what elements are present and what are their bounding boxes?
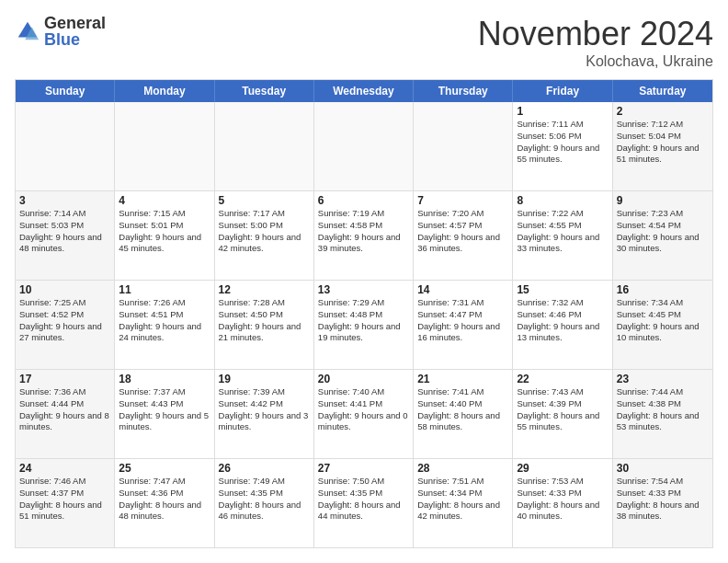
day-number: 18: [119, 373, 210, 385]
cell-info: Sunrise: 7:31 AM Sunset: 4:47 PM Dayligh…: [417, 297, 508, 344]
day-cell-12: 12Sunrise: 7:28 AM Sunset: 4:50 PM Dayli…: [215, 281, 314, 369]
cell-info: Sunrise: 7:23 AM Sunset: 4:54 PM Dayligh…: [617, 208, 709, 255]
day-cell-18: 18Sunrise: 7:37 AM Sunset: 4:43 PM Dayli…: [115, 370, 214, 458]
calendar-row-4: 17Sunrise: 7:36 AM Sunset: 4:44 PM Dayli…: [16, 370, 712, 459]
empty-cell: [414, 102, 513, 190]
cell-info: Sunrise: 7:11 AM Sunset: 5:06 PM Dayligh…: [517, 119, 608, 166]
header-day-friday: Friday: [513, 80, 612, 102]
day-number: 9: [617, 194, 709, 207]
header-day-saturday: Saturday: [613, 80, 712, 102]
day-cell-24: 24Sunrise: 7:46 AM Sunset: 4:37 PM Dayli…: [16, 459, 115, 547]
calendar-row-1: 1Sunrise: 7:11 AM Sunset: 5:06 PM Daylig…: [16, 102, 712, 191]
day-number: 19: [219, 373, 310, 385]
day-cell-30: 30Sunrise: 7:54 AM Sunset: 4:33 PM Dayli…: [613, 459, 712, 547]
day-cell-28: 28Sunrise: 7:51 AM Sunset: 4:34 PM Dayli…: [414, 459, 513, 547]
day-cell-4: 4Sunrise: 7:15 AM Sunset: 5:01 PM Daylig…: [115, 191, 214, 280]
day-cell-25: 25Sunrise: 7:47 AM Sunset: 4:36 PM Dayli…: [115, 459, 214, 547]
header-day-monday: Monday: [115, 80, 214, 102]
day-number: 4: [119, 194, 210, 207]
page: General Blue November 2024 Kolochava, Uk…: [0, 0, 728, 563]
day-number: 26: [219, 462, 310, 475]
cell-info: Sunrise: 7:43 AM Sunset: 4:39 PM Dayligh…: [517, 386, 608, 433]
day-number: 13: [318, 283, 409, 296]
cell-info: Sunrise: 7:53 AM Sunset: 4:33 PM Dayligh…: [517, 476, 608, 523]
day-cell-22: 22Sunrise: 7:43 AM Sunset: 4:39 PM Dayli…: [513, 370, 612, 458]
day-cell-6: 6Sunrise: 7:19 AM Sunset: 4:58 PM Daylig…: [314, 191, 414, 280]
day-cell-8: 8Sunrise: 7:22 AM Sunset: 4:55 PM Daylig…: [513, 191, 612, 280]
cell-info: Sunrise: 7:51 AM Sunset: 4:34 PM Dayligh…: [417, 476, 508, 523]
title-area: November 2024 Kolochava, Ukraine: [478, 15, 713, 70]
cell-info: Sunrise: 7:32 AM Sunset: 4:46 PM Dayligh…: [517, 297, 608, 344]
day-number: 2: [617, 105, 709, 118]
day-cell-3: 3Sunrise: 7:14 AM Sunset: 5:03 PM Daylig…: [16, 191, 115, 280]
cell-info: Sunrise: 7:28 AM Sunset: 4:50 PM Dayligh…: [219, 297, 310, 344]
day-cell-27: 27Sunrise: 7:50 AM Sunset: 4:35 PM Dayli…: [314, 459, 414, 547]
header-day-thursday: Thursday: [414, 80, 513, 102]
day-number: 24: [19, 462, 110, 475]
day-number: 17: [19, 373, 110, 385]
calendar-row-2: 3Sunrise: 7:14 AM Sunset: 5:03 PM Daylig…: [16, 191, 712, 281]
header-day-sunday: Sunday: [16, 80, 115, 102]
day-number: 7: [417, 194, 508, 207]
cell-info: Sunrise: 7:20 AM Sunset: 4:57 PM Dayligh…: [417, 208, 508, 255]
day-cell-2: 2Sunrise: 7:12 AM Sunset: 5:04 PM Daylig…: [613, 102, 712, 190]
day-number: 6: [318, 194, 409, 207]
day-number: 5: [219, 194, 310, 207]
cell-info: Sunrise: 7:41 AM Sunset: 4:40 PM Dayligh…: [417, 386, 508, 433]
cell-info: Sunrise: 7:47 AM Sunset: 4:36 PM Dayligh…: [119, 476, 210, 523]
calendar-row-3: 10Sunrise: 7:25 AM Sunset: 4:52 PM Dayli…: [16, 281, 712, 370]
cell-info: Sunrise: 7:37 AM Sunset: 4:43 PM Dayligh…: [119, 386, 210, 433]
cell-info: Sunrise: 7:44 AM Sunset: 4:38 PM Dayligh…: [617, 386, 709, 433]
day-number: 22: [517, 373, 608, 385]
cell-info: Sunrise: 7:22 AM Sunset: 4:55 PM Dayligh…: [517, 208, 608, 255]
cell-info: Sunrise: 7:39 AM Sunset: 4:42 PM Dayligh…: [219, 386, 310, 433]
month-title: November 2024: [478, 15, 713, 53]
header: General Blue November 2024 Kolochava, Uk…: [15, 15, 713, 70]
day-cell-20: 20Sunrise: 7:40 AM Sunset: 4:41 PM Dayli…: [314, 370, 414, 458]
day-number: 16: [617, 283, 709, 296]
cell-info: Sunrise: 7:19 AM Sunset: 4:58 PM Dayligh…: [318, 208, 409, 255]
location: Kolochava, Ukraine: [478, 53, 713, 70]
day-cell-16: 16Sunrise: 7:34 AM Sunset: 4:45 PM Dayli…: [613, 281, 712, 369]
cell-info: Sunrise: 7:46 AM Sunset: 4:37 PM Dayligh…: [19, 476, 110, 523]
day-number: 30: [617, 462, 709, 475]
cell-info: Sunrise: 7:12 AM Sunset: 5:04 PM Dayligh…: [617, 119, 709, 166]
day-number: 25: [119, 462, 210, 475]
day-cell-10: 10Sunrise: 7:25 AM Sunset: 4:52 PM Dayli…: [16, 281, 115, 369]
day-number: 10: [19, 283, 110, 296]
cell-info: Sunrise: 7:26 AM Sunset: 4:51 PM Dayligh…: [119, 297, 210, 344]
logo-icon: [15, 18, 40, 44]
day-cell-17: 17Sunrise: 7:36 AM Sunset: 4:44 PM Dayli…: [16, 370, 115, 458]
cell-info: Sunrise: 7:17 AM Sunset: 5:00 PM Dayligh…: [219, 208, 310, 255]
day-number: 23: [617, 373, 709, 385]
day-cell-5: 5Sunrise: 7:17 AM Sunset: 5:00 PM Daylig…: [215, 191, 314, 280]
day-cell-1: 1Sunrise: 7:11 AM Sunset: 5:06 PM Daylig…: [513, 102, 612, 190]
empty-cell: [314, 102, 414, 190]
day-cell-11: 11Sunrise: 7:26 AM Sunset: 4:51 PM Dayli…: [115, 281, 214, 369]
day-cell-7: 7Sunrise: 7:20 AM Sunset: 4:57 PM Daylig…: [414, 191, 513, 280]
day-number: 8: [517, 194, 608, 207]
cell-info: Sunrise: 7:54 AM Sunset: 4:33 PM Dayligh…: [617, 476, 709, 523]
day-number: 29: [517, 462, 608, 475]
day-number: 11: [119, 283, 210, 296]
day-number: 12: [219, 283, 310, 296]
header-day-tuesday: Tuesday: [215, 80, 314, 102]
empty-cell: [16, 102, 115, 190]
calendar-header: SundayMondayTuesdayWednesdayThursdayFrid…: [16, 80, 712, 102]
day-number: 1: [517, 105, 608, 118]
day-number: 28: [417, 462, 508, 475]
empty-cell: [115, 102, 214, 190]
calendar: SundayMondayTuesdayWednesdayThursdayFrid…: [15, 79, 713, 548]
day-number: 20: [318, 373, 409, 385]
cell-info: Sunrise: 7:25 AM Sunset: 4:52 PM Dayligh…: [19, 297, 110, 344]
day-cell-15: 15Sunrise: 7:32 AM Sunset: 4:46 PM Dayli…: [513, 281, 612, 369]
day-cell-13: 13Sunrise: 7:29 AM Sunset: 4:48 PM Dayli…: [314, 281, 414, 369]
calendar-row-5: 24Sunrise: 7:46 AM Sunset: 4:37 PM Dayli…: [16, 459, 712, 547]
day-cell-23: 23Sunrise: 7:44 AM Sunset: 4:38 PM Dayli…: [613, 370, 712, 458]
logo-blue: Blue: [44, 31, 106, 48]
cell-info: Sunrise: 7:49 AM Sunset: 4:35 PM Dayligh…: [219, 476, 310, 523]
day-number: 15: [517, 283, 608, 296]
day-cell-21: 21Sunrise: 7:41 AM Sunset: 4:40 PM Dayli…: [414, 370, 513, 458]
cell-info: Sunrise: 7:50 AM Sunset: 4:35 PM Dayligh…: [318, 476, 409, 523]
day-cell-9: 9Sunrise: 7:23 AM Sunset: 4:54 PM Daylig…: [613, 191, 712, 280]
